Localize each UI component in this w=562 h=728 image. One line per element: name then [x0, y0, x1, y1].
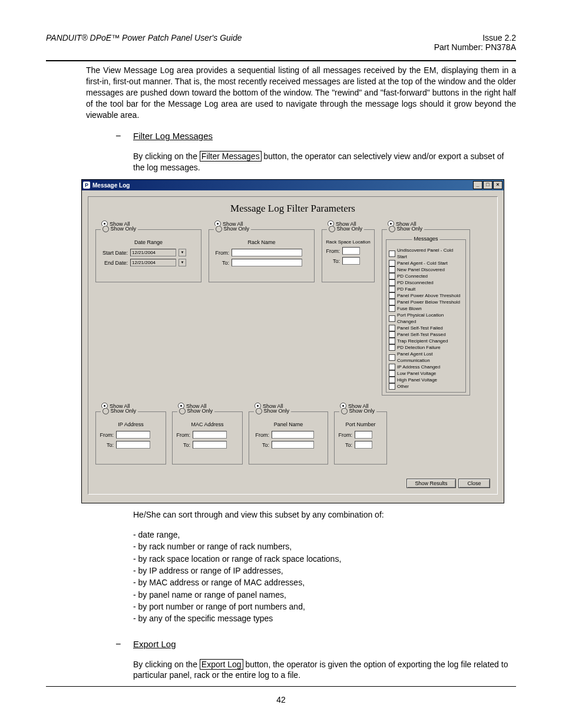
- message-checkbox-item[interactable]: PD Detection Failure: [389, 344, 463, 351]
- date-range-group: Show Only Date Range Start Date: 12/21/2…: [95, 229, 201, 282]
- list-item: by rack space location or range of rack …: [133, 553, 516, 565]
- rack-show-only[interactable]: Show Only: [214, 226, 251, 232]
- start-date-input[interactable]: 12/21/2004: [130, 249, 176, 256]
- panel-to-input[interactable]: [272, 441, 314, 449]
- messages-group: Messages Undiscovered Panel - Cold Start…: [386, 239, 466, 393]
- port-number-group: Show Only Port Number From: To:: [334, 411, 387, 465]
- message-checkbox-item[interactable]: IP Address Changed: [389, 364, 463, 370]
- checkbox-icon[interactable]: [389, 344, 395, 351]
- checkbox-icon[interactable]: [389, 331, 395, 338]
- message-checkbox-item[interactable]: Port Physical Location Changed: [389, 312, 463, 325]
- message-checkbox-item[interactable]: Low Panel Voltage: [389, 370, 463, 377]
- checkbox-icon[interactable]: [389, 251, 395, 257]
- section-export-log: − Export Log: [115, 639, 516, 650]
- export-log-button-ref: Export Log: [200, 659, 243, 670]
- message-checkbox-item[interactable]: High Panel Voltage: [389, 377, 463, 383]
- ip-from-input[interactable]: [116, 431, 150, 439]
- header-rule: [46, 60, 516, 61]
- rack-name-group: Show Only Rack Name From: To:: [209, 229, 315, 282]
- list-item: by rack number or range of rack numbers,: [133, 541, 516, 552]
- close-window-button[interactable]: ×: [493, 181, 503, 189]
- message-checkbox-item[interactable]: Fuse Blown: [389, 305, 463, 312]
- rackspace-from-input[interactable]: [342, 247, 360, 255]
- rack-space-group: Show Only Rack Space Location From: To:: [322, 229, 375, 282]
- message-checkbox-item[interactable]: Panel Agent Lost Communication: [389, 351, 463, 364]
- message-checkbox-item[interactable]: Other: [389, 383, 463, 390]
- dash-icon: −: [115, 131, 133, 141]
- panel-name-group: Show Only Panel Name From: To:: [249, 411, 328, 465]
- panel-show-only[interactable]: Show Only: [254, 408, 291, 414]
- messages-show-only-group: Show Only Messages Undiscovered Panel - …: [382, 229, 470, 396]
- checkbox-icon[interactable]: [389, 273, 395, 279]
- message-checkbox-item[interactable]: Trap Recipient Changed: [389, 338, 463, 344]
- list-item: by any of the specific message types: [133, 612, 516, 624]
- checkbox-icon[interactable]: [389, 266, 395, 273]
- window-titlebar[interactable]: P Message Log _ □ ×: [82, 180, 504, 190]
- filter-panel: Message Log Filter Parameters Show All S…: [88, 196, 498, 495]
- checkbox-icon[interactable]: [389, 315, 395, 322]
- ip-address-group: Show Only IP Address From: To:: [95, 411, 166, 465]
- messages-show-only[interactable]: Show Only: [387, 226, 424, 232]
- ip-to-input[interactable]: [116, 441, 150, 449]
- footer-rule: [46, 686, 516, 687]
- checkbox-icon[interactable]: [389, 354, 395, 361]
- close-button[interactable]: Close: [458, 479, 490, 488]
- ip-show-only[interactable]: Show Only: [101, 408, 138, 414]
- checkbox-icon[interactable]: [389, 299, 395, 305]
- section-title: Filter Log Messages: [133, 131, 213, 141]
- message-checkbox-item[interactable]: Panel Power Below Threshold: [389, 299, 463, 305]
- filter-description: By clicking on the Filter Messages butto…: [133, 151, 516, 173]
- message-checkbox-item[interactable]: PD Disconnected: [389, 279, 463, 286]
- checkbox-icon[interactable]: [389, 383, 395, 390]
- message-log-window: P Message Log _ □ × Message Log Filter P…: [81, 179, 504, 503]
- rack-to-input[interactable]: [232, 259, 302, 266]
- message-checkbox-item[interactable]: Undiscovered Panel - Cold Start: [389, 247, 463, 260]
- page-number: 42: [0, 695, 562, 704]
- checkbox-icon[interactable]: [389, 260, 395, 266]
- port-to-input[interactable]: [355, 441, 372, 449]
- message-checkbox-item[interactable]: PD Fault: [389, 286, 463, 292]
- checkbox-icon[interactable]: [389, 305, 395, 312]
- mac-show-only[interactable]: Show Only: [177, 408, 214, 414]
- port-from-input[interactable]: [355, 431, 372, 439]
- dropdown-icon[interactable]: ▼: [178, 259, 186, 266]
- port-show-only[interactable]: Show Only: [339, 408, 376, 414]
- date-show-only[interactable]: Show Only: [101, 226, 138, 232]
- export-description: By clicking on the Export Log button, th…: [133, 659, 516, 681]
- message-checkbox-item[interactable]: Panel Self-Test Failed: [389, 325, 463, 331]
- checkbox-icon[interactable]: [389, 338, 395, 344]
- checkbox-icon[interactable]: [389, 292, 395, 299]
- list-item: by IP address or range of IP addresses,: [133, 565, 516, 577]
- message-checkbox-item[interactable]: Panel Self-Test Passed: [389, 331, 463, 338]
- rackspace-show-only[interactable]: Show Only: [327, 226, 364, 232]
- checkbox-icon[interactable]: [389, 370, 395, 377]
- section-filter-log: − Filter Log Messages: [115, 131, 516, 141]
- filter-criteria-list: date range,by rack number or range of ra…: [133, 529, 516, 624]
- checkbox-icon[interactable]: [389, 279, 395, 286]
- intro-paragraph: The View Message Log area provides a seq…: [86, 65, 516, 120]
- end-date-input[interactable]: 12/21/2004: [130, 259, 176, 266]
- show-results-button[interactable]: Show Results: [406, 479, 456, 488]
- section-title: Export Log: [133, 639, 176, 649]
- message-checkbox-item[interactable]: PD Connected: [389, 273, 463, 279]
- sort-intro: He/She can sort through and view this su…: [133, 509, 516, 521]
- message-checkbox-item[interactable]: New Panel Discovered: [389, 266, 463, 273]
- mac-from-input[interactable]: [193, 431, 227, 439]
- app-icon: P: [83, 182, 90, 189]
- checkbox-icon[interactable]: [389, 364, 395, 370]
- message-checkbox-item[interactable]: Panel Agent - Cold Start: [389, 260, 463, 266]
- panel-from-input[interactable]: [272, 431, 314, 439]
- page-header: PANDUIT® DPoE™ Power Patch Panel User's …: [46, 33, 516, 52]
- dropdown-icon[interactable]: ▼: [178, 249, 186, 256]
- checkbox-icon[interactable]: [389, 325, 395, 331]
- checkbox-icon[interactable]: [389, 377, 395, 383]
- checkbox-icon[interactable]: [389, 286, 395, 292]
- rack-from-input[interactable]: [232, 249, 302, 256]
- message-checkbox-item[interactable]: Panel Power Above Threshold: [389, 292, 463, 299]
- maximize-button[interactable]: □: [483, 181, 492, 189]
- mac-to-input[interactable]: [193, 441, 227, 449]
- filter-messages-button-ref: Filter Messages: [200, 151, 262, 162]
- rackspace-to-input[interactable]: [342, 257, 360, 265]
- minimize-button[interactable]: _: [473, 181, 482, 189]
- window-client: Message Log Filter Parameters Show All S…: [82, 190, 504, 503]
